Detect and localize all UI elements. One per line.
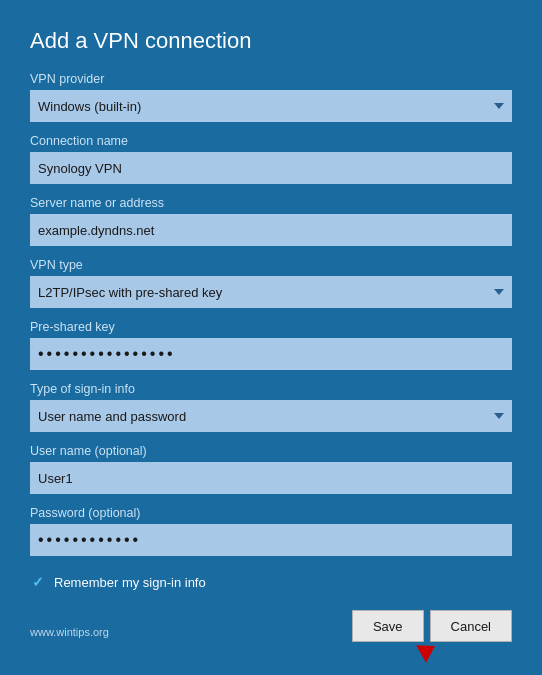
vpn-provider-select-wrapper: Windows (built-in) (30, 90, 512, 122)
server-name-label: Server name or address (30, 196, 512, 210)
vpn-type-select-wrapper: L2TP/IPsec with pre-shared key (30, 276, 512, 308)
remember-signin-label: Remember my sign-in info (54, 575, 206, 590)
watermark-text: www.wintips.org (30, 626, 109, 642)
connection-name-label: Connection name (30, 134, 512, 148)
remember-signin-checkmark: ✓ (30, 574, 46, 590)
username-input[interactable] (30, 462, 512, 494)
vpn-type-group: VPN type L2TP/IPsec with pre-shared key (30, 258, 512, 308)
pre-shared-key-input[interactable]: •••••••••••••••• (30, 338, 512, 370)
vpn-provider-group: VPN provider Windows (built-in) (30, 72, 512, 122)
connection-name-input[interactable] (30, 152, 512, 184)
vpn-provider-select[interactable]: Windows (built-in) (30, 90, 512, 122)
save-button[interactable]: Save (352, 610, 424, 642)
cancel-button[interactable]: Cancel (430, 610, 512, 642)
username-label: User name (optional) (30, 444, 512, 458)
sign-in-type-select[interactable]: User name and password (30, 400, 512, 432)
sign-in-type-select-wrapper: User name and password (30, 400, 512, 432)
connection-name-group: Connection name (30, 134, 512, 184)
save-button-wrapper: Save (352, 610, 424, 642)
sign-in-type-label: Type of sign-in info (30, 382, 512, 396)
vpn-provider-label: VPN provider (30, 72, 512, 86)
password-group: Password (optional) •••••••••••• (30, 506, 512, 556)
vpn-type-select[interactable]: L2TP/IPsec with pre-shared key (30, 276, 512, 308)
action-buttons: Save Cancel (352, 610, 512, 642)
password-label: Password (optional) (30, 506, 512, 520)
vpn-type-label: VPN type (30, 258, 512, 272)
pre-shared-key-group: Pre-shared key •••••••••••••••• (30, 320, 512, 370)
page-title: Add a VPN connection (30, 28, 512, 54)
username-group: User name (optional) (30, 444, 512, 494)
server-name-group: Server name or address (30, 196, 512, 246)
pre-shared-key-label: Pre-shared key (30, 320, 512, 334)
remember-signin-row[interactable]: ✓ Remember my sign-in info (30, 574, 512, 590)
sign-in-type-group: Type of sign-in info User name and passw… (30, 382, 512, 432)
server-name-input[interactable] (30, 214, 512, 246)
footer-area: www.wintips.org Save Cancel (30, 610, 512, 642)
password-input[interactable]: •••••••••••• (30, 524, 512, 556)
